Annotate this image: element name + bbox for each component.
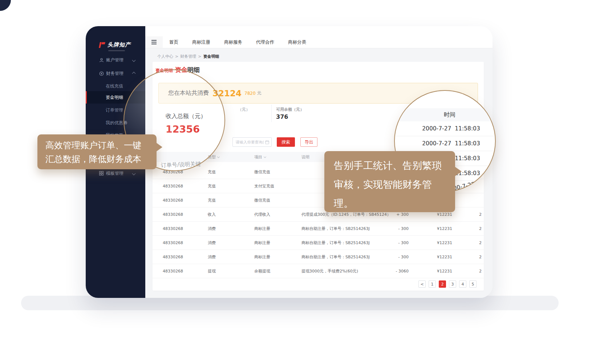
cell-time-clipped: 2 [452, 240, 484, 245]
cell-type: 消费 [208, 226, 254, 231]
pagination-page-3[interactable]: 3 [449, 280, 456, 288]
sidebar-item-online-recharge[interactable]: 在线充值 [86, 80, 145, 92]
header-project[interactable]: 项目 [254, 154, 301, 160]
export-button[interactable]: 导出 [300, 137, 317, 147]
nav-tab[interactable]: 商标注册 [192, 39, 210, 45]
cell-type: 消费 [208, 240, 254, 246]
cell-type: 充值 [208, 169, 254, 175]
breadcrumb-current: 资金明细 [203, 54, 219, 59]
cell-project: 余额提现 [254, 268, 301, 274]
nav-tab[interactable]: 商标服务 [224, 39, 242, 45]
nav-tabs: 首页商标注册商标服务代理合作商标分类 [169, 36, 306, 48]
sidebar-item-fund-details[interactable]: 资金明细 [86, 91, 145, 104]
callout-left: 高效管理账户订单、一键汇总数据，降低财务成本 [37, 134, 157, 169]
sidebar-subitem-label: 我的优惠券 [106, 120, 127, 126]
cell-order: 48330268 [163, 184, 208, 189]
sidebar-subitem-label: 在线充值 [106, 83, 123, 89]
cell-project: 商标注册 [254, 254, 301, 260]
cell-balance: ¥12231 [409, 212, 452, 217]
logo-icon [99, 42, 105, 48]
cell-order: 48330268 [163, 212, 208, 217]
cell-balance: ¥12231 [409, 269, 452, 274]
top-navigation: 首页商标注册商标服务代理合作商标分类 [145, 36, 493, 48]
callout-right: 告别手工统计、告别繁琐审核，实现智能财务管理。 [324, 151, 455, 212]
breadcrumb-item[interactable]: 个人中心 [157, 54, 173, 59]
sidebar-item-label: 财务管理 [106, 70, 123, 77]
callout-arrow-right-icon [156, 142, 162, 152]
sidebar-item-label: 模板管理 [106, 170, 123, 177]
cell-time-clipped: 2 [452, 226, 484, 231]
sidebar-subitem-label: 订单管理 [106, 107, 123, 113]
card-tab-label-magnified: 资金明细 [175, 66, 200, 74]
cell-time-clipped: 2 [452, 212, 484, 217]
callout-left-text: 高效管理账户订单、一键汇总数据，降低财务成本 [45, 140, 141, 164]
time-header: 时间 [395, 108, 495, 121]
middle-stat-label-partial: （元） [238, 107, 250, 112]
cell-balance: ¥12231 [409, 226, 452, 231]
cell-balance: ¥12231 [409, 240, 452, 245]
cell-order: 48330268 [163, 240, 208, 245]
nav-tab[interactable]: 首页 [169, 39, 178, 45]
header-type[interactable]: 类型 [208, 154, 254, 160]
cell-order: 48330268 [163, 170, 208, 174]
date-query-input[interactable] [233, 140, 265, 144]
callout-arrow-right-icon [454, 166, 462, 177]
nav-tab[interactable]: 代理合作 [256, 39, 274, 45]
sidebar-item-account[interactable]: 账户管理 [86, 54, 145, 66]
cell-project: 代理收入 [254, 212, 301, 217]
available-balance-value: 376 [276, 113, 288, 120]
pagination-page-1[interactable]: 1 [429, 280, 436, 288]
caret-down-icon [264, 155, 266, 158]
cell-project: 商标注册 [254, 226, 301, 231]
cell-order: 48330268 [163, 255, 208, 259]
table-row[interactable]: 48330268 消费 商标注册 商标自助注册，订单号：SB2514263J -… [153, 250, 484, 264]
hamburger-menu-button[interactable] [145, 36, 163, 48]
cell-order: 48330268 [163, 198, 208, 203]
sidebar-item-finance[interactable]: 财务管理 [86, 67, 145, 80]
logo: 头牌知产 [99, 41, 131, 48]
cell-project: 商标注册 [254, 240, 301, 246]
cell-time-clipped: 2 [452, 269, 484, 274]
cell-amount: - 300 [394, 240, 409, 245]
sidebar-item-my-coupons[interactable]: 我的优惠券 [86, 117, 145, 129]
time-value: 2000-7-27 11:58:03 [395, 136, 495, 151]
sidebar-item-label: 账户管理 [106, 57, 123, 63]
search-button[interactable]: 搜索 [277, 137, 295, 147]
pagination-page-2-active[interactable]: 2 [439, 280, 446, 288]
caret-down-icon [217, 155, 220, 158]
time-value: 2000-7-27 11:58:03 [395, 121, 495, 136]
screenshot-stage: 头牌知产 账户管理 财务管理 在线充值 资金明细 [0, 0, 616, 364]
cell-amount: - 300 [394, 226, 409, 231]
cell-type: 消费 [208, 254, 254, 260]
cell-balance: ¥12231 [409, 255, 452, 259]
order-header-magnified: 订单号/说明关键 [161, 161, 201, 169]
cell-project: 支付宝充值 [254, 183, 301, 189]
cell-desc: 商标自助注册，订单号：SB2514263J [301, 226, 394, 231]
breadcrumb: 个人中心 > 财务管理 > 资金明细 [157, 54, 219, 59]
cell-project: 微信充值 [254, 198, 301, 203]
calendar-icon [265, 140, 269, 144]
cell-type: 收入 [208, 212, 254, 217]
card-tab-label[interactable]: 资金明细 [155, 68, 173, 74]
sidebar-subitem-label: 资金明细 [106, 94, 123, 101]
table-row[interactable]: 48330268 提现 余额提现 提现3000元，手续费2%(60元) - 30… [153, 264, 484, 278]
nav-tab[interactable]: 商标分类 [288, 39, 306, 45]
pagination-page-4[interactable]: 4 [459, 280, 466, 288]
cell-type: 充值 [208, 183, 254, 189]
table-row[interactable]: 48330268 消费 商标注册 商标自助注册，订单号：SB2514263J -… [153, 222, 484, 236]
laptop-base [21, 296, 559, 310]
cell-amount: + 300 [394, 212, 409, 217]
sidebar-item-order-management[interactable]: 订单管理 [86, 104, 145, 116]
cell-time-clipped: 2 [452, 255, 484, 259]
pagination-prev-button[interactable]: < [418, 280, 426, 288]
breadcrumb-item[interactable]: 财务管理 [180, 54, 196, 59]
finance-icon [99, 71, 104, 76]
cell-desc: 商标自助注册，订单号：SB2514263J [301, 254, 394, 260]
cell-amount: - 300 [394, 255, 409, 259]
available-balance-label: 可用余额（元） [276, 107, 304, 112]
page-corner-decoration [0, 0, 11, 11]
chevron-down-icon [132, 58, 136, 62]
cell-project: 微信充值 [254, 169, 301, 175]
table-row[interactable]: 48330268 消费 商标注册 商标自助注册，订单号：SB2514263J -… [153, 236, 484, 250]
pagination-page-5[interactable]: 5 [469, 280, 477, 288]
